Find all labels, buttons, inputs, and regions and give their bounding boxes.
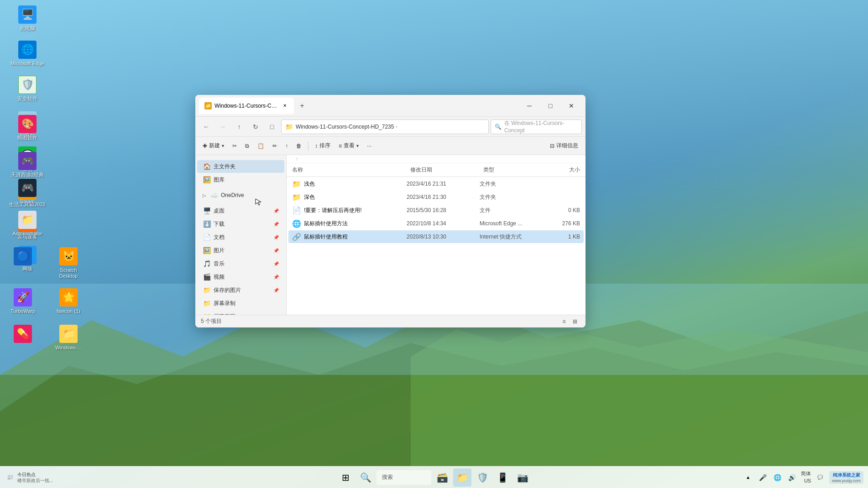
sidebar-item-gallery[interactable]: 🖼️ 图库 <box>197 173 284 186</box>
refresh-button[interactable]: ↻ <box>248 119 263 134</box>
sidebar-item-documents[interactable]: 📄 文档 📌 <box>197 231 284 244</box>
maximize-button[interactable]: □ <box>540 99 561 113</box>
sidebar-item-pictures[interactable]: 🖼️ 图片 📌 <box>197 244 284 257</box>
rename-button[interactable]: ✏ <box>269 139 281 153</box>
desktop-icon-winfolder[interactable]: 📁 Windows-... <box>48 321 89 354</box>
back-button[interactable]: ← <box>199 119 214 134</box>
file-row-shense[interactable]: 📁 深色 2023/4/16 21:30 文件夹 <box>288 191 584 203</box>
camera-taskbar-button[interactable]: 📷 <box>513 468 532 487</box>
desktop-icon-draw[interactable]: 🎨 制图软件 <box>7 111 48 145</box>
search-button[interactable]: 🔍 <box>356 468 375 487</box>
sidebar-item-screenshot[interactable]: 📁 屏幕截图 <box>197 310 284 315</box>
cut-button[interactable]: ✂ <box>229 139 241 153</box>
taskbar-center: ⊞ 🔍 搜索 🗃️ 📁 🛡️ 📱 📷 <box>336 468 532 487</box>
network-icon[interactable]: 🌐 <box>772 470 783 485</box>
pin-icon-3: 📌 <box>273 235 279 240</box>
taskbar-notification-area[interactable]: 📰 <box>5 470 16 485</box>
desktop-icon-favicon[interactable]: 🌟 favicon (1) <box>48 285 89 318</box>
more-button[interactable]: ··· <box>363 139 375 153</box>
brand-url: www.yusijy.com <box>832 478 861 483</box>
breadcrumb-arrow: › <box>396 124 397 129</box>
up-button[interactable]: ↑ <box>232 119 246 134</box>
delete-icon: 🗑 <box>296 143 302 149</box>
sidebar-item-onedrive[interactable]: ▷ ☁️ OneDrive <box>197 189 284 202</box>
desktop-icon-turbowarp[interactable]: 🚀 TurboWarp <box>2 285 43 318</box>
col-header-name[interactable]: 名称 <box>290 165 408 175</box>
desktop-icon-label-edge: Microsoft Edge <box>10 61 44 67</box>
sidebar-item-saved-pics[interactable]: 📁 保存的图片 📌 <box>197 284 284 296</box>
desktop-icon-label-computer: 此电脑 <box>20 26 35 31</box>
close-button[interactable]: ✕ <box>561 99 582 113</box>
sidebar-item-screenshot-rec[interactable]: 📁 屏幕录制 <box>197 297 284 310</box>
forward-button[interactable]: → <box>215 119 230 134</box>
widgets-button[interactable]: 🗃️ <box>433 468 451 487</box>
toolbar: ✚ 新建 ▾ ✂ ⧉ 📋 ✏ ↑ 🗑 ↕ <box>195 137 586 155</box>
chevron-up-button[interactable]: ▲ <box>743 470 753 485</box>
tab-close-button[interactable]: ✕ <box>281 102 288 109</box>
search-taskbar-icon: 🔍 <box>360 472 371 483</box>
brand-area[interactable]: 纯净系统之家 www.yusijy.com <box>829 471 863 484</box>
copy-button[interactable]: ⧉ <box>241 139 253 153</box>
desktop-icon-scratch[interactable]: 🐱 Scratch Desktop <box>48 244 89 283</box>
onedrive-icon: ☁️ <box>210 191 218 199</box>
display-button[interactable]: □ <box>265 119 279 134</box>
sidebar-item-desktop[interactable]: 🖥️ 桌面 📌 <box>197 204 284 217</box>
file-explorer-taskbar-button[interactable]: 📁 <box>453 468 471 487</box>
file-date-readme: 2015/5/30 16:28 <box>407 207 480 213</box>
sort-button[interactable]: ↕ 排序 <box>311 139 334 153</box>
desktop-icon-turbo[interactable]: 💊 <box>2 321 43 354</box>
file-row-usage-method[interactable]: 🌐 鼠标插针使用方法 2022/10/8 14:34 Microsoft Edg… <box>288 217 584 230</box>
file-name-qianse: 浅色 <box>304 180 407 188</box>
today-news-label[interactable]: 今日热点 楼市新政后一线... <box>17 472 53 483</box>
view-list-button[interactable]: ≡ <box>559 317 569 327</box>
mic-icon[interactable]: 🎤 <box>757 470 768 485</box>
notification-button[interactable]: 💬 <box>815 470 826 485</box>
new-button[interactable]: ✚ 新建 ▾ <box>199 139 228 153</box>
details-button[interactable]: ⊟ 详细信息 <box>546 139 582 153</box>
search-field[interactable]: 搜索 <box>376 470 431 485</box>
search-bar[interactable]: 🔍 在 Windows-11-Cursors-Concept <box>491 119 582 134</box>
file-row-usage-tutorial[interactable]: 🔗 鼠标插针使用教程 2020/8/13 10:30 Internet 快捷方式… <box>288 230 584 243</box>
desktop-icon-admin[interactable]: 📁 Administrator <box>7 207 48 240</box>
view-icon: ≡ <box>339 143 342 149</box>
file-row-qianse[interactable]: 📁 浅色 2023/4/16 21:31 文件夹 <box>288 177 584 190</box>
desktop-icon-label-admin: Administrator <box>13 231 42 237</box>
folder-icon-shense: 📁 <box>292 192 301 202</box>
desktop-icon-edge[interactable]: 🌐 Microsoft Edge <box>7 37 48 70</box>
sidebar-item-downloads[interactable]: ⬇️ 下载 📌 <box>197 218 284 230</box>
pictures-icon: 🖼️ <box>203 246 211 254</box>
delete-button[interactable]: 🗑 <box>293 139 305 153</box>
explorer-tab[interactable]: 📁 Windows-11-Cursors-Concept- ✕ <box>199 98 294 114</box>
file-size-readme: 0 KB <box>544 207 580 213</box>
desktop-icon-computer[interactable]: 🖥️ 此电脑 <box>7 2 48 35</box>
col-header-size[interactable]: 大小 <box>545 165 582 175</box>
col-header-date[interactable]: 修改日期 <box>408 165 481 175</box>
desktop-icon-ie[interactable]: 🔵 <box>2 244 43 283</box>
desktop-icon-security[interactable]: 🛡️ 安全软件 <box>7 72 48 105</box>
address-bar[interactable]: 📁 Windows-11-Cursors-Concept-HD_7235 › <box>281 119 489 134</box>
sidebar-item-label-home: 主文件夹 <box>214 163 235 171</box>
security-taskbar-button[interactable]: 🛡️ <box>473 468 492 487</box>
minimize-button[interactable]: ─ <box>519 99 540 113</box>
camera-taskbar-icon: 📷 <box>517 472 528 483</box>
desktop-icon-label-scratch: Scratch Desktop <box>50 267 87 279</box>
sidebar-item-home[interactable]: 🏠 主文件夹 <box>197 160 284 173</box>
desktop-icon-steam[interactable]: 🎮 Steam <box>7 175 48 208</box>
sidebar-item-label-downloads: 下载 <box>214 220 225 228</box>
sidebar-item-music[interactable]: 🎵 音乐 📌 <box>197 257 284 270</box>
taskbar-clock[interactable]: 简体 US <box>801 470 811 484</box>
view-grid-button[interactable]: ⊞ <box>570 317 580 327</box>
col-header-type[interactable]: 类型 <box>481 165 545 175</box>
tab-label: Windows-11-Cursors-Concept- <box>214 103 278 109</box>
phone-taskbar-button[interactable]: 📱 <box>493 468 512 487</box>
start-button[interactable]: ⊞ <box>336 468 355 487</box>
new-tab-button[interactable]: + <box>296 99 309 112</box>
share-button[interactable]: ↑ <box>282 139 292 153</box>
paste-button[interactable]: 📋 <box>254 139 268 153</box>
file-date-qianse: 2023/4/16 21:31 <box>407 181 480 187</box>
view-button[interactable]: ≡ 查看 ▾ <box>335 139 362 153</box>
sidebar-item-videos[interactable]: 🎬 视频 📌 <box>197 270 284 283</box>
more-icon: ··· <box>367 143 371 149</box>
file-row-readme[interactable]: 📄 !重要：请解压后再使用! 2015/5/30 16:28 文件 0 KB <box>288 204 584 217</box>
volume-icon[interactable]: 🔊 <box>786 470 797 485</box>
